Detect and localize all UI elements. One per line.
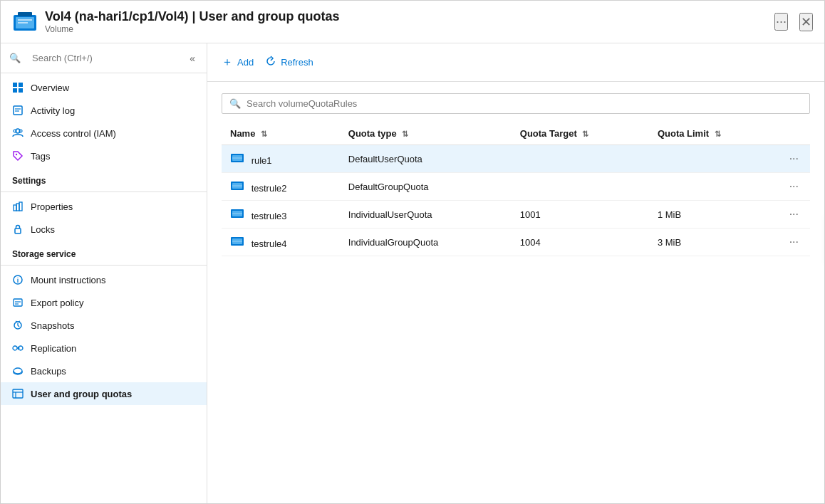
- col-header-actions: [778, 122, 810, 145]
- sidebar-nav: Overview Activity log Access control (IA…: [1, 73, 207, 503]
- sidebar-item-quotas-label: User and group quotas: [31, 389, 132, 399]
- quota-limit-sort-icon[interactable]: ⇅: [715, 130, 721, 138]
- export-policy-icon: [12, 297, 24, 308]
- sidebar-item-snapshots-label: Snapshots: [31, 320, 74, 331]
- svg-rect-18: [19, 202, 22, 211]
- cell-quota-type: DefaultUserQuota: [340, 145, 512, 173]
- sidebar-collapse-button[interactable]: «: [187, 50, 198, 67]
- table-row: testrule4 IndividualGroupQuota 1004 3 Mi…: [222, 229, 810, 256]
- activity-log-icon: [12, 105, 24, 116]
- storage-section-header: Storage service: [1, 241, 207, 262]
- refresh-button[interactable]: Refresh: [265, 53, 313, 72]
- svg-rect-9: [14, 106, 22, 115]
- sidebar-item-properties[interactable]: Properties: [1, 195, 207, 218]
- svg-rect-4: [18, 22, 28, 23]
- svg-rect-6: [19, 83, 23, 87]
- row-more-button[interactable]: ···: [787, 179, 801, 194]
- sidebar-item-replication-label: Replication: [31, 343, 76, 354]
- access-control-icon: [12, 127, 24, 139]
- cell-actions: ···: [778, 229, 810, 256]
- cell-name: testrule4: [222, 229, 340, 256]
- sidebar-item-tags-label: Tags: [31, 151, 50, 162]
- col-header-name: Name ⇅: [222, 122, 340, 145]
- sidebar-item-properties-label: Properties: [31, 201, 73, 212]
- volume-icon: [12, 9, 38, 35]
- table-row: testrule2 DefaultGroupQuota ···: [222, 173, 810, 201]
- page-title: Vol4 (na-hari1/cp1/Vol4) | User and grou…: [45, 9, 774, 24]
- add-button[interactable]: ＋ Add: [222, 52, 254, 73]
- svg-text:i: i: [17, 277, 19, 284]
- cell-actions: ···: [778, 145, 810, 173]
- header-more-button[interactable]: ···: [774, 13, 788, 31]
- svg-rect-22: [14, 299, 22, 306]
- row-icon: [230, 238, 244, 249]
- main-content: ＋ Add Refresh 🔍: [207, 43, 824, 503]
- cell-quota-target: 1001: [512, 201, 649, 229]
- row-more-button[interactable]: ···: [787, 151, 801, 167]
- col-header-quota-limit: Quota Limit ⇅: [649, 122, 778, 145]
- sidebar-item-snapshots[interactable]: Snapshots: [1, 314, 207, 337]
- cell-quota-limit: 1 MiB: [649, 201, 778, 229]
- cell-quota-limit: [649, 173, 778, 201]
- sidebar-item-backups-label: Backups: [31, 366, 66, 377]
- sidebar-item-access-label: Access control (IAM): [31, 128, 116, 139]
- svg-rect-3: [18, 19, 32, 21]
- row-icon: [230, 155, 244, 166]
- sidebar-item-mount-instructions[interactable]: i Mount instructions: [1, 268, 207, 291]
- sidebar-item-tags[interactable]: Tags: [1, 145, 207, 167]
- quota-target-sort-icon[interactable]: ⇅: [582, 130, 588, 138]
- table-row: testrule3 IndividualUserQuota 1001 1 MiB…: [222, 201, 810, 229]
- quota-type-sort-icon[interactable]: ⇅: [402, 130, 408, 138]
- refresh-label: Refresh: [281, 57, 313, 68]
- search-input[interactable]: [26, 49, 181, 67]
- row-icon: [230, 183, 244, 194]
- row-more-button[interactable]: ···: [787, 206, 801, 222]
- name-sort-icon[interactable]: ⇅: [261, 130, 267, 138]
- snapshots-icon: [12, 320, 24, 331]
- sidebar-item-locks[interactable]: Locks: [1, 218, 207, 241]
- svg-rect-2: [18, 12, 32, 16]
- sidebar-item-export-policy[interactable]: Export policy: [1, 291, 207, 314]
- add-label: Add: [237, 57, 254, 68]
- sidebar-item-replication[interactable]: Replication: [1, 337, 207, 359]
- user-group-quotas-icon: [12, 388, 24, 399]
- page-subtitle: Volume: [45, 24, 774, 34]
- content-search-icon: 🔍: [229, 98, 241, 109]
- svg-rect-5: [13, 83, 17, 87]
- refresh-icon: [265, 56, 276, 69]
- cell-actions: ···: [778, 173, 810, 201]
- header-close-button[interactable]: ✕: [799, 13, 813, 31]
- svg-rect-19: [15, 229, 21, 233]
- table-row: rule1 DefaultUserQuota ···: [222, 145, 810, 173]
- sidebar-item-user-group-quotas[interactable]: User and group quotas: [1, 382, 207, 405]
- sidebar-item-activity-log[interactable]: Activity log: [1, 99, 207, 122]
- cell-quota-target: 1004: [512, 229, 649, 256]
- row-icon: [230, 211, 244, 221]
- sidebar-item-overview-label: Overview: [31, 83, 69, 93]
- svg-point-29: [14, 368, 22, 374]
- svg-rect-8: [19, 88, 23, 93]
- sidebar-item-mount-label: Mount instructions: [31, 275, 106, 285]
- sidebar-item-backups[interactable]: Backups: [1, 359, 207, 382]
- settings-divider: [1, 191, 207, 192]
- sidebar-item-overview[interactable]: Overview: [1, 76, 207, 99]
- replication-icon: [12, 342, 24, 354]
- header-title-group: Vol4 (na-hari1/cp1/Vol4) | User and grou…: [45, 9, 774, 34]
- svg-rect-32: [13, 389, 23, 398]
- quota-rules-table: Name ⇅ Quota type ⇅ Quota Target ⇅: [222, 122, 810, 256]
- add-icon: ＋: [222, 55, 233, 70]
- storage-divider: [1, 265, 207, 266]
- backups-icon: [12, 365, 24, 377]
- cell-name: rule1: [222, 145, 340, 173]
- cell-quota-target: [512, 173, 649, 201]
- locks-icon: [12, 224, 24, 235]
- cell-quota-type: IndividualGroupQuota: [340, 229, 512, 256]
- sidebar-item-access-control[interactable]: Access control (IAM): [1, 122, 207, 145]
- cell-quota-limit: [649, 145, 778, 173]
- content-search-input[interactable]: [247, 98, 802, 109]
- svg-rect-7: [13, 88, 17, 93]
- row-more-button[interactable]: ···: [787, 234, 801, 250]
- sidebar-item-locks-label: Locks: [31, 224, 55, 235]
- properties-icon: [12, 201, 24, 212]
- settings-section-header: Settings: [1, 167, 207, 189]
